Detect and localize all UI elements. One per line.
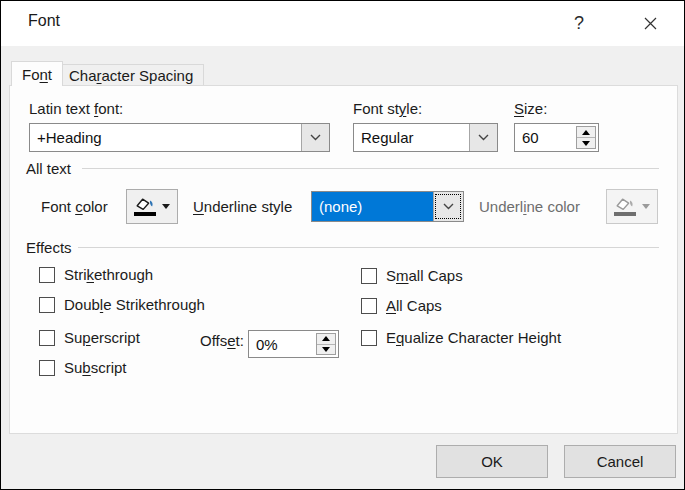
all-text-group-line (82, 168, 659, 169)
checkbox-strikethrough[interactable]: Strikethrough (39, 266, 153, 283)
latin-text-font-combobox[interactable]: +Heading (29, 123, 330, 152)
checkbox-subscript[interactable]: Subscript (39, 359, 127, 376)
font-style-combobox[interactable]: Regular (353, 123, 498, 152)
chevron-down-icon (478, 134, 489, 141)
latin-text-font-label: Latin text font: (29, 100, 123, 117)
ok-button[interactable]: OK (436, 445, 548, 478)
help-button[interactable]: ? (562, 7, 596, 40)
close-button[interactable] (633, 7, 667, 40)
tab-font[interactable]: Font (11, 61, 63, 86)
titlebar: Font ? (1, 1, 684, 46)
underline-style-combobox[interactable]: (none) (311, 191, 464, 222)
font-style-dropdown-button[interactable] (469, 124, 497, 151)
close-icon (644, 17, 657, 30)
underline-style-value[interactable]: (none) (312, 192, 433, 221)
offset-value[interactable]: 0% (256, 331, 278, 357)
paint-bucket-icon-disabled (614, 197, 636, 211)
underline-color-swatch (614, 212, 636, 216)
offset-increment-button[interactable] (317, 334, 335, 344)
underline-color-button (606, 189, 658, 224)
latin-text-font-dropdown-button[interactable] (301, 124, 329, 151)
latin-text-font-value[interactable]: +Heading (30, 124, 301, 151)
tab-font-label-pre: Fo (22, 66, 40, 83)
size-spin-buttons (576, 126, 596, 149)
underline-color-label: Underline color (479, 198, 580, 215)
checkbox-box[interactable] (361, 268, 377, 284)
effects-group-line (78, 247, 659, 248)
font-dialog: Font ? Font Character Spacing Latin text… (0, 0, 685, 490)
checkbox-small-caps[interactable]: Small Caps (361, 267, 463, 284)
tab-font-label-accel: n (40, 66, 48, 83)
chevron-down-icon (310, 134, 321, 141)
size-value[interactable]: 60 (522, 124, 539, 151)
size-increment-button[interactable] (577, 127, 595, 137)
size-decrement-button[interactable] (577, 137, 595, 148)
tab-cs-label-post: acter Spacing (102, 67, 194, 84)
effects-group-label: Effects (26, 239, 72, 256)
dialog-title: Font (28, 12, 60, 30)
chevron-down-icon (443, 203, 454, 210)
offset-label: Offset: (200, 332, 244, 349)
checkbox-superscript[interactable]: Superscript (39, 329, 140, 346)
tab-font-label-post: t (48, 66, 52, 83)
arrow-down-icon (582, 141, 590, 146)
font-color-button[interactable] (126, 189, 178, 224)
underline-style-label: Underline style (193, 198, 292, 215)
checkbox-box[interactable] (39, 330, 55, 346)
arrow-up-icon (322, 336, 330, 341)
checkbox-box[interactable] (361, 330, 377, 346)
size-label: Size: (514, 100, 547, 117)
underline-style-dropdown-button[interactable] (433, 192, 463, 221)
paint-bucket-icon (134, 197, 156, 211)
checkbox-all-caps[interactable]: All Caps (361, 297, 442, 314)
all-text-group-label: All text (26, 160, 71, 177)
font-style-value[interactable]: Regular (354, 124, 469, 151)
offset-decrement-button[interactable] (317, 344, 335, 355)
checkbox-box[interactable] (39, 297, 55, 313)
tab-character-spacing[interactable]: Character Spacing (58, 64, 204, 85)
cancel-button[interactable]: Cancel (564, 445, 676, 478)
checkbox-equalize-character-height[interactable]: Equalize Character Height (361, 329, 561, 346)
size-spinner[interactable]: 60 (514, 123, 599, 152)
offset-spin-buttons (316, 333, 336, 355)
checkbox-box[interactable] (39, 360, 55, 376)
font-style-label: Font style: (353, 100, 422, 117)
font-color-swatch (134, 212, 156, 216)
dropdown-arrow-icon (162, 204, 170, 209)
tab-cs-label-pre: Cha (69, 67, 97, 84)
arrow-down-icon (322, 347, 330, 352)
checkbox-box[interactable] (361, 298, 377, 314)
font-color-label: Font color (41, 198, 108, 215)
checkbox-double-strikethrough[interactable]: Double Strikethrough (39, 296, 205, 313)
arrow-up-icon (582, 130, 590, 135)
dropdown-arrow-icon (642, 204, 650, 209)
checkbox-box[interactable] (39, 267, 55, 283)
offset-spinner[interactable]: 0% (248, 330, 339, 358)
